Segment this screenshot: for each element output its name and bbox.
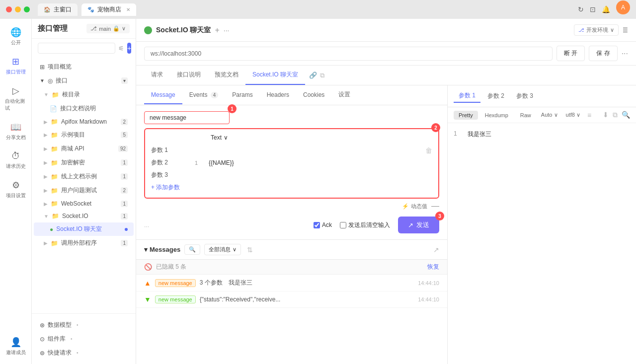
sidebar-item-shopapi[interactable]: ▶ 📁 商城 API 92 xyxy=(34,142,134,155)
add-api-button[interactable]: + xyxy=(127,43,131,54)
sidebar-item-components[interactable]: ⊙ 组件库 • xyxy=(34,332,134,346)
msg-tab-headers[interactable]: Headers xyxy=(260,86,296,104)
tab-pet[interactable]: 🐾 宠物商店 ✕ xyxy=(81,3,136,16)
message-row-2[interactable]: ▼ new message {"status":"Received","rece… xyxy=(136,291,447,308)
rp-tab-param1[interactable]: 参数 1 xyxy=(454,89,480,103)
sidebar-item-socketio[interactable]: ▼ 📁 Socket.IO 1 xyxy=(34,210,134,222)
clear-checkbox-label[interactable]: 发送后清空输入 xyxy=(340,221,390,229)
filter-dropdown[interactable]: 全部消息 ∨ xyxy=(204,244,241,255)
grid-icon[interactable]: ⊡ xyxy=(590,5,596,13)
dynamic-value-button[interactable]: ⚡ 动态值 xyxy=(402,203,427,210)
sidebar-item-history[interactable]: ⏱ 请求历史 xyxy=(3,147,29,174)
url-input[interactable] xyxy=(144,47,553,61)
rp-tab-param2[interactable]: 参数 2 xyxy=(482,90,509,102)
env-selector[interactable]: ⎇ 开发环境 ∨ xyxy=(574,24,619,36)
sidebar-item-settings[interactable]: ⚙ 项目设置 xyxy=(3,176,29,203)
sidebar-item-markdown[interactable]: ▶ 📁 Apifox Markdown 2 xyxy=(34,116,134,128)
sidebar-item-apis[interactable]: ▼ ◎ 接口 ▾ xyxy=(34,74,134,87)
msg2-event-badge: new message xyxy=(155,295,196,303)
sidebar-item-online[interactable]: ▶ 📁 线上文档示例 1 xyxy=(34,170,134,183)
messages-title[interactable]: ▾ Messages xyxy=(144,246,180,253)
param1-delete-button[interactable]: 🗑 xyxy=(425,146,432,154)
refresh-icon[interactable]: ↻ xyxy=(578,5,584,13)
restore-button[interactable]: 恢复 xyxy=(427,263,439,271)
msg-tab-events[interactable]: Events 4 xyxy=(182,86,226,104)
urlbar-more-button[interactable]: ··· xyxy=(622,49,628,58)
search-content-icon[interactable]: 🔍 xyxy=(622,111,630,119)
markdown-badge: 2 xyxy=(121,119,128,125)
sidebar-item-shortcuts[interactable]: ⊚ 快捷请求 • xyxy=(34,346,134,360)
clear-checkbox[interactable] xyxy=(340,222,346,228)
hamburger-menu-button[interactable]: ☰ xyxy=(623,27,628,34)
format-tab-pretty[interactable]: Pretty xyxy=(454,111,478,120)
params-section: 2 Text ∨ xyxy=(144,128,439,199)
sidebar-item-automation[interactable]: ▷ 自动化测试 xyxy=(3,81,29,116)
topbar-more-button[interactable]: ··· xyxy=(224,26,230,34)
avatar[interactable]: A xyxy=(616,0,630,14)
type-selector[interactable]: Text ∨ xyxy=(211,134,228,141)
messages-search[interactable]: 🔍 xyxy=(184,244,200,255)
copy-icon[interactable]: ⧉ xyxy=(320,72,324,79)
add-param-button[interactable]: + 添加参数 xyxy=(149,181,434,194)
sidebar-item-share[interactable]: 📖 分享文档 xyxy=(3,118,29,145)
datamodel-more: • xyxy=(77,322,79,328)
sidebar-item-root[interactable]: ▼ 📁 根目录 xyxy=(34,88,134,101)
nav-active-dot xyxy=(125,228,128,231)
disconnect-button[interactable]: 断 开 xyxy=(556,46,585,61)
sidebar-item-usertest[interactable]: ▶ 📁 用户问题测试 2 xyxy=(34,184,134,197)
auto-label: Auto ∨ xyxy=(541,112,558,118)
format-tab-hexdump[interactable]: Hexdump xyxy=(480,111,513,120)
search-input[interactable] xyxy=(38,43,115,54)
msg-tab-message[interactable]: Message xyxy=(144,86,182,104)
msg-tab-settings[interactable]: 设置 xyxy=(331,85,357,105)
sidebar-item-crypto[interactable]: ▶ 📁 加密解密 1 xyxy=(34,156,134,169)
msg-tab-cookies[interactable]: Cookies xyxy=(296,86,331,104)
filter-icon[interactable]: ⚟ xyxy=(118,45,124,52)
send-all-icon[interactable]: ↗ xyxy=(433,246,439,254)
link-icon[interactable]: 🔗 xyxy=(309,72,317,79)
ack-checkbox-label[interactable]: Ack xyxy=(314,221,332,228)
format-dropdown-utf8[interactable]: utf8 ∨ xyxy=(563,110,583,120)
message-row-1[interactable]: ▲ new message 3 个参数 我是张三 14:44:10 xyxy=(136,275,447,291)
messages-search-icon: 🔍 xyxy=(189,246,196,253)
hidden-messages-bar: 🚫 已隐藏 5 条 恢复 xyxy=(136,260,447,275)
send-button[interactable]: ↗ 发送 xyxy=(398,217,439,233)
sidebar-item-public[interactable]: 🌐 公开 xyxy=(3,23,29,50)
maximize-window-button[interactable] xyxy=(24,6,30,12)
add-tab-button[interactable]: + xyxy=(215,26,219,35)
rp-tab-param3[interactable]: 参数 3 xyxy=(511,90,538,102)
branch-selector[interactable]: ⎇ main 🔒 ∨ xyxy=(86,24,130,33)
close-window-button[interactable] xyxy=(6,6,12,12)
msg-tab-params[interactable]: Params xyxy=(225,86,259,104)
ack-checkbox[interactable] xyxy=(314,222,320,228)
tab-preview-doc[interactable]: 预览文档 xyxy=(208,66,245,85)
format-separator-icon[interactable]: ≡ xyxy=(587,111,591,119)
sidebar-item-datamodel[interactable]: ⊛ 数据模型 • xyxy=(34,318,134,332)
message-name-input[interactable] xyxy=(144,111,230,124)
tab-api-desc[interactable]: 接口说明 xyxy=(170,66,208,85)
param2-name: 参数 2 xyxy=(151,158,191,167)
collapse-button[interactable]: — xyxy=(431,202,439,211)
websocket-badge: 1 xyxy=(121,201,128,207)
sidebar-item-examples[interactable]: ▶ 📁 示例项目 5 xyxy=(34,128,134,142)
sidebar-item-api-mgmt[interactable]: ⊞ 接口管理 xyxy=(3,52,29,79)
tab-socketio-room[interactable]: Socket.IO 聊天室 xyxy=(245,66,305,85)
format-dropdown-auto[interactable]: Auto ∨ xyxy=(538,110,561,120)
tab-main[interactable]: 🏠 主窗口 xyxy=(38,3,78,16)
minimize-window-button[interactable] xyxy=(15,6,21,12)
sidebar-item-external[interactable]: ▶ 📁 调用外部程序 1 xyxy=(34,236,134,250)
sidebar-item-invite[interactable]: 👤 邀请成员 xyxy=(3,333,29,360)
tab-request[interactable]: 请求 xyxy=(144,66,170,85)
sidebar-item-websocket[interactable]: ▶ 📁 WebSocket 1 xyxy=(34,198,134,210)
download-icon[interactable]: ⬇ xyxy=(603,111,609,119)
sort-icon[interactable]: ⇅ xyxy=(247,246,253,254)
copy-content-icon[interactable]: ⧉ xyxy=(613,111,618,119)
url-bar: 断 开 保 存 ··· xyxy=(136,42,636,66)
format-tab-raw[interactable]: Raw xyxy=(515,111,536,120)
tab-close-button[interactable]: ✕ xyxy=(126,7,130,12)
sidebar-item-apidoc[interactable]: 📄 接口文档说明 xyxy=(34,102,134,115)
sidebar-item-socketio-chat[interactable]: ● Socket.IO 聊天室 xyxy=(34,222,134,236)
notification-icon[interactable]: 🔔 xyxy=(602,5,610,13)
save-button[interactable]: 保 存 xyxy=(589,46,617,61)
sidebar-item-overview[interactable]: ⊞ 项目概览 xyxy=(34,60,134,73)
